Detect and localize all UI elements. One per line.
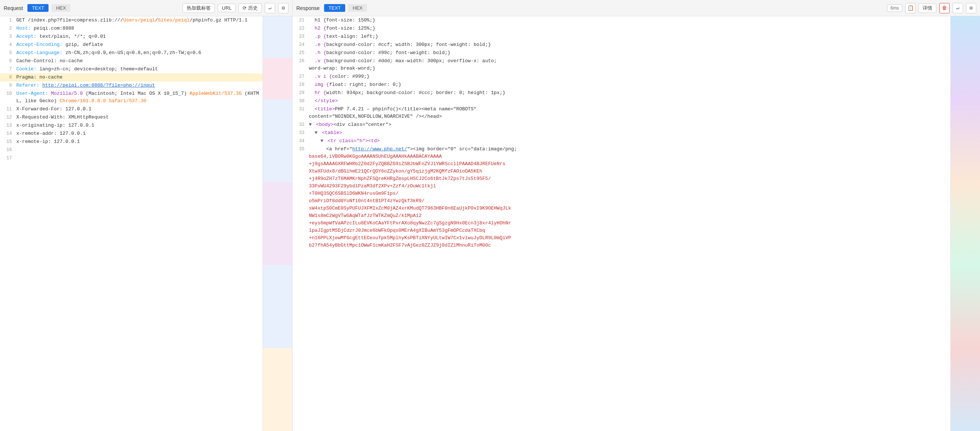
table-row: 13x-originating-ip: 127.0.0.1 [0, 121, 262, 130]
table-row: 32▼ <body><div class="center"> [293, 121, 950, 129]
line-number: 13 [0, 122, 16, 129]
response-body: 21 h1 {font-size: 150%;}22 h2 {font-size… [293, 16, 980, 431]
line-content: x-originating-ip: 127.0.0.1 [16, 122, 262, 129]
line-number: 15 [0, 138, 16, 146]
line-content: </style> [309, 97, 950, 105]
send-btn[interactable]: ↵ [265, 3, 275, 13]
response-panel: Response TEXT HEX 6ms 📋 详情 🗑 ↵ ⚙ 21 h1 {… [293, 0, 980, 431]
details-btn[interactable]: 详情 [918, 3, 936, 13]
line-content: <title>PHP 7.4.21 – phpinfo()</title><me… [309, 105, 950, 120]
line-number: 22 [293, 25, 309, 32]
table-row: 30 </style> [293, 97, 950, 105]
table-row: 3Accept: text/plain, */*; q=0.01 [0, 33, 262, 41]
request-panel: Request TEXT HEX 热加载标签 URL ⟳ 历史 ↵ ⚙ 1GET… [0, 0, 293, 431]
response-hex-tab[interactable]: HEX [348, 4, 367, 12]
table-row: 24 .e {background-color: #ccf; width: 30… [293, 41, 950, 49]
table-row: 7Cookie: lang=zh-cn; device=desktop; the… [0, 65, 262, 73]
line-content: .p {text-align: left;} [309, 33, 950, 40]
hot-load-tag-btn[interactable]: 热加载标签 [183, 3, 215, 13]
line-number: 7 [0, 65, 16, 73]
line-content: x-remote-ip: 127.0.0.1 [16, 138, 262, 146]
table-row: 15x-remote-ip: 127.0.0.1 [0, 138, 262, 146]
settings-btn[interactable]: ⚙ [278, 3, 288, 13]
line-number: 33 [293, 129, 309, 137]
line-content: User-Agent: Mozilla/5.0 (Macintosh; Inte… [16, 90, 262, 105]
line-content: X-Forwarded-For: 127.0.0.1 [16, 105, 262, 113]
table-row: 4Accept-Encoding: gzip, deflate [0, 41, 262, 49]
line-number: 17 [0, 154, 16, 162]
line-content: GET /index.php?file=compress.zlib:///Use… [16, 17, 262, 24]
line-number: 35 [293, 146, 309, 153]
line-number: 26 [293, 57, 309, 65]
line-content: .v i {color: #999;} [309, 73, 950, 80]
line-number: 14 [0, 130, 16, 137]
response-settings-btn[interactable]: ⚙ [966, 3, 976, 13]
table-row: 14x-remote-addr: 127.0.0.1 [0, 130, 262, 138]
line-number: 23 [293, 33, 309, 40]
line-content: X-Requested-With: XMLHttpRequest [16, 114, 262, 121]
table-row: 10User-Agent: Mozilla/5.0 (Macintosh; In… [0, 90, 262, 105]
table-row: 28 img {float: right; border: 0;} [293, 81, 950, 89]
request-header: Request TEXT HEX 热加载标签 URL ⟳ 历史 ↵ ⚙ [0, 0, 292, 16]
url-btn[interactable]: URL [218, 4, 235, 12]
line-content: <a href="http://www.php.net/"><img borde… [309, 146, 950, 249]
line-content: hr {width: 934px; background-color: #ccc… [309, 89, 950, 97]
line-content: Cookie: lang=zh-cn; device=desktop; them… [16, 65, 262, 73]
table-row: 27 .v i {color: #999;} [293, 73, 950, 81]
line-number: 29 [293, 89, 309, 97]
line-number: 4 [0, 41, 16, 49]
table-row: 29 hr {width: 934px; background-color: #… [293, 89, 950, 97]
response-minimap [950, 16, 980, 431]
line-content: .v {background-color: #ddd; max-width: 3… [309, 57, 950, 72]
line-number: 9 [0, 82, 16, 89]
response-text-tab[interactable]: TEXT [324, 4, 345, 12]
table-row: 26 .v {background-color: #ddd; max-width… [293, 57, 950, 73]
request-text-tab[interactable]: TEXT [27, 4, 49, 12]
delete-btn[interactable]: 🗑 [939, 3, 950, 13]
line-number: 11 [0, 105, 16, 113]
line-number: 30 [293, 97, 309, 105]
line-number: 5 [0, 49, 16, 57]
line-number: 21 [293, 17, 309, 24]
line-content: Referer: http://peiqi.com:8888/?file=php… [16, 82, 262, 89]
copy-btn[interactable]: 📋 [905, 3, 916, 13]
request-code-area[interactable]: 1GET /index.php?file=compress.zlib:///Us… [0, 16, 262, 431]
request-title: Request [4, 5, 23, 11]
line-number: 12 [0, 114, 16, 121]
table-row: 25 .h {background-color: #99c; font-weig… [293, 49, 950, 57]
line-content: x-remote-addr: 127.0.0.1 [16, 130, 262, 137]
line-content: ▼ <body><div class="center"> [309, 121, 950, 129]
request-hex-tab[interactable]: HEX [51, 4, 70, 12]
history-btn[interactable]: ⟳ 历史 [239, 3, 262, 13]
line-number: 2 [0, 25, 16, 32]
response-header: Response TEXT HEX 6ms 📋 详情 🗑 ↵ ⚙ [293, 0, 980, 16]
table-row: 6Cache-Control: no-cache [0, 57, 262, 65]
line-content: h1 {font-size: 150%;} [309, 17, 950, 24]
line-content: img {float: right; border: 0;} [309, 81, 950, 89]
line-number: 6 [0, 57, 16, 65]
response-send-btn[interactable]: ↵ [953, 3, 963, 13]
line-content: ▼ <tr class="h"><td> [309, 137, 950, 145]
line-content: Accept-Encoding: gzip, deflate [16, 41, 262, 49]
line-number: 32 [293, 121, 309, 129]
table-row: 12X-Requested-With: XMLHttpRequest [0, 113, 262, 121]
table-row: 22 h2 {font-size: 125%;} [293, 24, 950, 33]
line-content: .h {background-color: #99c; font-weight:… [309, 49, 950, 57]
table-row: 21 h1 {font-size: 150%;} [293, 16, 950, 24]
table-row: 31 <title>PHP 7.4.21 – phpinfo()</title>… [293, 105, 950, 121]
line-number: 3 [0, 33, 16, 40]
line-number: 24 [293, 41, 309, 49]
line-content: Cache-Control: no-cache [16, 57, 262, 65]
line-number: 31 [293, 105, 309, 113]
table-row: 33 ▼ <table> [293, 129, 950, 137]
response-code-area[interactable]: 21 h1 {font-size: 150%;}22 h2 {font-size… [293, 16, 950, 431]
line-number: 27 [293, 73, 309, 80]
line-content: ▼ <table> [309, 129, 950, 137]
line-content: Accept-Language: zh-CN,zh;q=0.9,en-US;q=… [16, 49, 262, 57]
line-content: Pragma: no-cache [16, 74, 262, 81]
line-number: 10 [0, 90, 16, 97]
line-number: 25 [293, 49, 309, 57]
line-content: Accept: text/plain, */*; q=0.01 [16, 33, 262, 40]
table-row: 8Pragma: no-cache [0, 73, 262, 81]
line-content: .e {background-color: #ccf; width: 300px… [309, 41, 950, 49]
